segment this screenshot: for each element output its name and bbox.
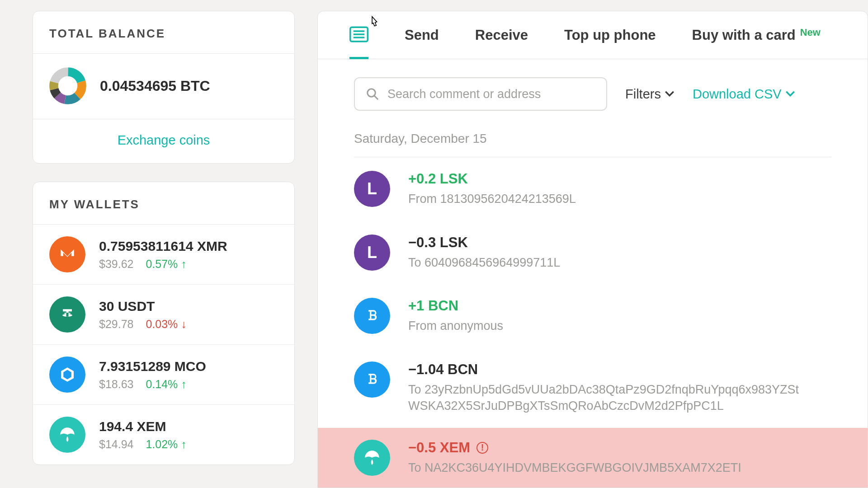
my-wallets-header: MY WALLETS <box>33 182 294 225</box>
tx-amount: +1 BCN <box>408 298 503 314</box>
wallet-pct: 1.02% ↑ <box>146 438 186 450</box>
usdt-icon <box>49 296 85 333</box>
filters-label: Filters <box>625 87 661 102</box>
download-csv-button[interactable]: Download CSV <box>693 87 795 102</box>
transaction-row[interactable]: −1.04 BCN To 23yRzbnUp5dGd5vUUa2bDAc38Qt… <box>354 348 831 428</box>
search-box[interactable] <box>354 77 607 111</box>
main-panel: Send Receive Top up phone Buy with a car… <box>317 11 868 488</box>
warning-icon: ! <box>476 442 488 454</box>
filters-button[interactable]: Filters <box>625 87 675 102</box>
wallet-pct: 0.03% ↓ <box>146 318 186 330</box>
tx-amount: +0.2 LSK <box>408 171 576 187</box>
bcn-icon <box>354 361 390 398</box>
wallet-usd: $39.62 <box>99 258 133 270</box>
xmr-icon <box>49 236 85 272</box>
tab-topup[interactable]: Top up phone <box>564 11 656 59</box>
history-list-icon <box>349 25 368 43</box>
tx-detail: To 23yRzbnUp5dGd5vUUa2bDAc38QtaPz9GD2fnq… <box>408 381 802 414</box>
transaction-row-error[interactable]: −0.5 XEM ! To NA2KC36U4YIHDVMBEKGGFWBGOI… <box>318 428 868 488</box>
tab-buy-label: Buy with a card <box>692 27 796 43</box>
cursor-pointer-icon <box>368 15 380 31</box>
date-header: Saturday, December 15 <box>354 124 831 157</box>
wallet-amount: 7.93151289 MCO <box>99 359 206 374</box>
wallet-amount: 30 USDT <box>99 299 187 314</box>
exchange-coins-link[interactable]: Exchange coins <box>33 119 294 163</box>
balance-value: 0.04534695 BTC <box>100 78 210 94</box>
wallet-row-xmr[interactable]: 0.75953811614 XMR $39.62 0.57% ↑ <box>33 225 294 285</box>
transaction-row[interactable]: +1 BCN From anonymous <box>354 284 831 347</box>
tab-buy[interactable]: Buy with a card New <box>692 11 821 59</box>
transaction-list: Saturday, December 15 L +0.2 LSK From 18… <box>318 124 868 488</box>
search-input[interactable] <box>387 87 595 101</box>
wallet-pct: 0.57% ↑ <box>146 258 186 270</box>
lsk-icon: L <box>354 171 390 207</box>
chevron-down-icon <box>785 91 795 97</box>
download-label: Download CSV <box>693 87 782 102</box>
tx-amount: −1.04 BCN <box>408 361 802 378</box>
tx-detail: From anonymous <box>408 318 503 334</box>
toolbar: Filters Download CSV <box>318 59 868 124</box>
wallet-row-mco[interactable]: 7.93151289 MCO $18.63 0.14% ↑ <box>33 345 294 405</box>
wallet-usd: $18.63 <box>99 378 133 390</box>
tab-receive[interactable]: Receive <box>475 11 528 59</box>
wallet-pct: 0.14% ↑ <box>146 378 186 390</box>
mco-icon <box>49 357 85 393</box>
xem-icon <box>354 440 390 476</box>
wallet-row-usdt[interactable]: 30 USDT $29.78 0.03% ↓ <box>33 285 294 345</box>
chevron-down-icon <box>665 91 675 97</box>
svg-line-14 <box>374 96 378 99</box>
tx-detail: To 6040968456964999711L <box>408 254 560 271</box>
svg-point-8 <box>59 77 76 94</box>
xem-icon <box>49 417 85 453</box>
tx-amount: −0.3 LSK <box>408 235 560 251</box>
tx-detail: To NA2KC36U4YIHDVMBEKGGFWBGOIVJMB5XAM7X2… <box>408 460 741 476</box>
new-badge: New <box>800 27 821 38</box>
tx-amount: −0.5 XEM ! <box>408 440 741 456</box>
tab-history[interactable] <box>349 12 368 59</box>
tabs-bar: Send Receive Top up phone Buy with a car… <box>318 11 868 59</box>
total-balance-header: TOTAL BALANCE <box>33 11 294 54</box>
total-balance-card: TOTAL BALANCE 0.04534695 BTC Exchange co… <box>33 11 295 164</box>
transaction-row[interactable]: L −0.3 LSK To 6040968456964999711L <box>354 221 831 284</box>
tx-detail: From 1813095620424213569L <box>408 191 576 207</box>
my-wallets-card: MY WALLETS 0.75953811614 XMR $39.62 0.57… <box>33 182 295 465</box>
wallet-usd: $29.78 <box>99 318 133 330</box>
wallet-amount: 0.75953811614 XMR <box>99 239 227 254</box>
lsk-icon: L <box>354 235 390 271</box>
wallet-amount: 194.4 XEM <box>99 419 187 434</box>
balance-body: 0.04534695 BTC <box>33 54 294 119</box>
wallet-usd: $14.94 <box>99 438 133 450</box>
transaction-row[interactable]: L +0.2 LSK From 1813095620424213569L <box>354 157 831 221</box>
wallet-row-xem[interactable]: 194.4 XEM $14.94 1.02% ↑ <box>33 405 294 465</box>
balance-donut-chart <box>49 67 86 104</box>
tab-send[interactable]: Send <box>405 11 439 59</box>
bcn-icon <box>354 298 390 334</box>
search-icon <box>366 87 379 101</box>
